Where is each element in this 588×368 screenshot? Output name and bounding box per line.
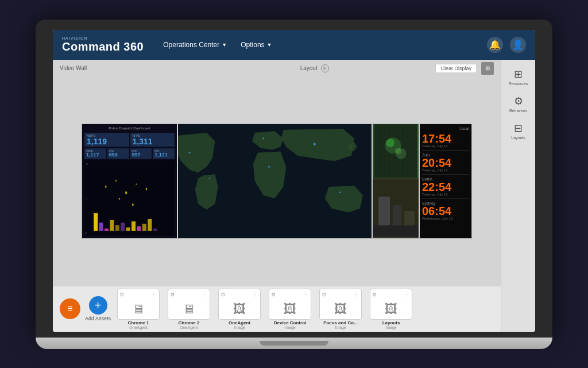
add-icon[interactable]: + — [89, 296, 107, 315]
tray-item-name: Device Control — [274, 320, 306, 325]
sidebar-label-layouts: Layouts — [511, 136, 525, 140]
dash-metrics-row: SWPD 1,117 SPD 653 CPD — [84, 148, 175, 159]
svg-point-20 — [189, 152, 191, 154]
sidebar-item-layouts[interactable]: ⊟ Layouts — [501, 118, 535, 143]
more-icon[interactable]: ⋮ — [353, 292, 359, 298]
building-view — [373, 178, 419, 238]
more-icon[interactable]: ⋮ — [202, 292, 207, 298]
clock-date-local: Tuesday, July 12 — [422, 144, 469, 148]
layout-control: Layout ⊕ — [300, 64, 329, 72]
tray-item-chrome2-inner[interactable]: ⊡ ⋮ 🖥 — [168, 289, 210, 320]
tray-item-chrome1: ⊡ ⋮ 🖥 Chrome 1 OneAgent — [115, 289, 161, 329]
add-assets-button[interactable]: + Add Assets — [85, 296, 111, 321]
svg-rect-11 — [115, 225, 119, 231]
svg-rect-16 — [142, 224, 146, 231]
svg-rect-14 — [131, 221, 136, 231]
metric-nfpd-value: 1,311 — [133, 137, 173, 145]
dash-title: Police Dispatch Dashboard — [84, 126, 175, 131]
sidebar-label-resources: Resources — [509, 82, 528, 86]
metric-swpd: SWPD 1,117 — [84, 148, 106, 159]
tray-item-layouts-inner[interactable]: ⊡ ⋮ 🖼 — [370, 289, 412, 320]
nav-operations-center[interactable]: Operations Center ▼ — [157, 37, 233, 52]
camera-panel — [373, 124, 419, 238]
layout-label: Layout — [300, 65, 318, 71]
tray-item-chrome1-inner[interactable]: ⊡ ⋮ 🖥 — [117, 289, 160, 320]
svg-point-23 — [339, 191, 341, 193]
svg-point-3 — [136, 183, 137, 185]
chart-bars: 15 7 0 — [84, 160, 175, 236]
tray-item-top: ⊡ ⋮ — [221, 292, 258, 298]
metric-cpd: CPD 997 — [130, 148, 152, 159]
clock-zone-zulu: Zulu 20:54 Tuesday, July 12 — [422, 153, 469, 175]
metric-nwpd: NWPD 1,119 — [84, 133, 129, 147]
tray-item-name: Layouts — [382, 320, 400, 325]
brand: HAIVISION Command 360 — [62, 36, 144, 53]
tray-item-device-control: ⊡ ⋮ 🖼 Device Control Image — [267, 289, 313, 329]
tray-item-focus-inner[interactable]: ⊡ ⋮ 🖼 — [319, 289, 362, 320]
tray-item-type: Image — [234, 325, 245, 329]
svg-rect-18 — [153, 229, 157, 231]
sidebar-item-behaviors[interactable]: ⚙ Behaviors — [501, 91, 535, 116]
grid-view-button[interactable]: ⊞ — [481, 62, 494, 75]
image-icon: ⊡ — [221, 292, 225, 297]
svg-rect-13 — [126, 228, 130, 231]
tray-item-device-control-inner[interactable]: ⊡ ⋮ 🖼 — [269, 289, 311, 320]
svg-point-21 — [262, 137, 264, 139]
chevron-down-icon: ▼ — [267, 42, 272, 48]
tray-item-type: Image — [385, 325, 396, 329]
preview-icon: 🖥 — [132, 302, 145, 317]
svg-rect-17 — [148, 219, 152, 231]
clear-display-button[interactable]: Clear Display — [435, 64, 477, 73]
more-icon[interactable]: ⋮ — [252, 292, 258, 298]
clock-time-berlin: 22:54 — [422, 181, 469, 193]
clock-header-local: Local — [422, 126, 469, 131]
svg-rect-15 — [137, 226, 141, 231]
laptop-container: HAIVISION Command 360 Operations Center … — [36, 20, 552, 349]
brand-subtitle: HAIVISION — [62, 36, 144, 40]
layouts-icon: ⊟ — [514, 122, 523, 135]
metric-epd: EPD 1,121 — [153, 148, 175, 159]
laptop-screen: HAIVISION Command 360 Operations Center … — [53, 30, 535, 332]
more-icon[interactable]: ⋮ — [151, 292, 157, 298]
layout-icon[interactable]: ⊕ — [321, 64, 329, 72]
tray-item-name: Focus and Co... — [323, 320, 358, 325]
sidebar-item-resources[interactable]: ⊞ Resources — [501, 64, 535, 89]
clock-date-sydney: Wednesday, July 13 — [422, 217, 469, 220]
add-assets-label: Add Assets — [85, 316, 111, 321]
header-nav: Operations Center ▼ Options ▼ — [157, 37, 277, 52]
video-wall-label: Video Wall — [60, 65, 87, 71]
tray-item-top: ⊡ ⋮ — [373, 292, 409, 298]
svg-rect-36 — [373, 225, 419, 237]
map-background — [178, 124, 372, 238]
svg-rect-7 — [94, 213, 98, 231]
clock-zone-berlin: Berlin 22:54 Tuesday, July 12 — [422, 177, 469, 199]
monitor-icon: ⊡ — [171, 292, 175, 297]
preview-icon: 🖥 — [183, 302, 195, 317]
tray-item-chrome2: ⊡ ⋮ 🖥 Chrome 2 OneAgent — [166, 289, 212, 329]
svg-point-0 — [105, 186, 106, 188]
metric-nfpd: NFPD 1,311 — [130, 133, 175, 147]
metric-nwpd-value: 1,119 — [87, 137, 127, 145]
more-icon[interactable]: ⋮ — [303, 292, 308, 298]
clock-time-sydney: 06:54 — [422, 205, 469, 217]
dash-metrics-top: NWPD 1,119 NFPD 1,311 — [84, 133, 175, 147]
app-container: HAIVISION Command 360 Operations Center … — [53, 30, 535, 332]
svg-point-24 — [209, 178, 210, 179]
metric-spd: SPD 653 — [107, 148, 129, 159]
nav-options[interactable]: Options ▼ — [235, 37, 277, 52]
source-button[interactable]: ≡ — [60, 298, 80, 319]
wall-container: Police Dispatch Dashboard NWPD 1,119 NFP… — [82, 124, 472, 239]
bell-icon[interactable]: 🔔 — [487, 37, 503, 53]
tray-item-top: ⊡ ⋮ — [272, 292, 308, 298]
clock-date-berlin: Tuesday, July 12 — [422, 193, 469, 196]
clock-time-local: 17:54 — [422, 133, 469, 144]
more-icon[interactable]: ⋮ — [404, 292, 409, 298]
tray-item-oneagent-inner[interactable]: ⊡ ⋮ 🖼 — [218, 289, 261, 320]
tray-item-oneagent: ⊡ ⋮ 🖼 OneAgent Image — [216, 289, 262, 329]
user-icon[interactable]: 👤 — [510, 37, 526, 53]
clock-time-zulu: 20:54 — [422, 157, 469, 168]
screen-bezel: HAIVISION Command 360 Operations Center … — [36, 20, 552, 338]
bottom-tray: ≡ + Add Assets ⊡ ⋮ — [53, 286, 501, 332]
svg-rect-10 — [110, 220, 114, 231]
content-area: Video Wall Layout ⊕ Clear Display ⊞ — [53, 60, 501, 332]
